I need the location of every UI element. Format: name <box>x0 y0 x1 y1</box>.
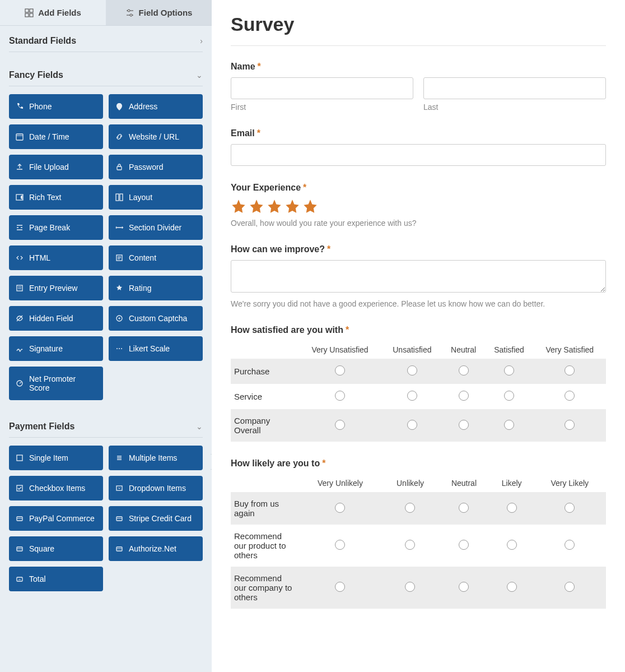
field-type-password[interactable]: Password <box>109 155 203 179</box>
likert-radio[interactable] <box>335 540 345 550</box>
field-type-content[interactable]: Content <box>109 245 203 270</box>
dropdown-items-icon <box>115 484 123 492</box>
field-type-label: Password <box>129 163 163 172</box>
multiple-items-icon <box>115 454 123 462</box>
entry-preview-icon <box>16 284 24 292</box>
likert-radio[interactable] <box>504 420 514 430</box>
field-type-authorize-net[interactable]: Authorize.Net <box>109 536 203 561</box>
field-type-label: Content <box>129 253 156 262</box>
likert-radio[interactable] <box>405 503 415 513</box>
likert-radio[interactable] <box>335 365 345 376</box>
likert-col-header: Very Likely <box>534 474 607 492</box>
star-icon[interactable] <box>284 198 300 214</box>
likert-radio[interactable] <box>459 582 469 592</box>
svg-rect-10 <box>117 166 122 170</box>
likert-radio[interactable] <box>407 391 417 401</box>
likert-scale-icon <box>115 345 123 353</box>
section-standard-fields[interactable]: Standard Fields › <box>9 26 203 52</box>
field-type-layout[interactable]: Layout <box>109 185 203 210</box>
field-type-label: Net Promoter Score <box>29 374 96 392</box>
star-icon[interactable] <box>302 198 318 214</box>
field-type-file-upload[interactable]: File Upload <box>9 155 103 179</box>
field-type-single-item[interactable]: Single Item <box>9 446 103 470</box>
chevron-down-icon: ⌄ <box>196 71 203 80</box>
field-improve: How can we improve?* We're sorry you did… <box>231 244 606 308</box>
field-type-page-break[interactable]: Page Break <box>9 215 103 240</box>
likert-radio[interactable] <box>459 503 469 513</box>
likert-radio[interactable] <box>565 582 575 592</box>
likert-radio[interactable] <box>405 582 415 592</box>
likert-radio[interactable] <box>507 503 517 513</box>
field-type-hidden-field[interactable]: Hidden Field <box>9 306 103 331</box>
last-name-input[interactable] <box>423 77 606 99</box>
field-type-likert-scale[interactable]: Likert Scale <box>109 336 203 361</box>
field-type-net-promoter-score[interactable]: Net Promoter Score <box>9 367 103 400</box>
improve-textarea[interactable] <box>231 260 606 293</box>
star-rating[interactable] <box>231 198 606 214</box>
field-type-label: Layout <box>129 193 152 202</box>
field-type-website-url[interactable]: Website / URL <box>109 124 203 149</box>
likert-radio[interactable] <box>565 365 575 376</box>
field-type-stripe-credit-card[interactable]: Stripe Credit Card <box>109 506 203 531</box>
svg-rect-8 <box>16 134 23 140</box>
field-type-address[interactable]: Address <box>109 94 203 119</box>
field-type-paypal-commerce[interactable]: PayPal Commerce <box>9 506 103 531</box>
section-title: Fancy Fields <box>9 70 63 80</box>
field-type-date-time[interactable]: Date / Time <box>9 124 103 149</box>
likert-radio[interactable] <box>335 582 345 592</box>
section-fancy-fields[interactable]: Fancy Fields ⌄ <box>9 60 203 86</box>
svg-rect-12 <box>116 194 119 201</box>
tab-field-options[interactable]: Field Options <box>106 0 212 25</box>
email-input[interactable] <box>231 144 606 166</box>
field-type-dropdown-items[interactable]: Dropdown Items <box>109 476 203 500</box>
phone-icon <box>16 103 24 110</box>
field-type-phone[interactable]: Phone <box>9 94 103 119</box>
likert-radio[interactable] <box>507 582 517 592</box>
likert-radio[interactable] <box>407 420 417 430</box>
field-type-custom-captcha[interactable]: Custom Captcha <box>109 306 203 331</box>
tab-add-fields[interactable]: Add Fields <box>0 0 106 25</box>
field-type-square[interactable]: Square <box>9 536 103 561</box>
likert-radio[interactable] <box>407 365 417 376</box>
field-type-multiple-items[interactable]: Multiple Items <box>109 446 203 470</box>
likert-radio[interactable] <box>565 391 575 401</box>
square-icon <box>16 545 24 553</box>
star-icon[interactable] <box>249 198 264 214</box>
likert-radio[interactable] <box>459 540 469 550</box>
field-label: Your Experience* <box>231 183 606 193</box>
first-name-input[interactable] <box>231 77 413 99</box>
star-icon[interactable] <box>231 198 246 214</box>
section-payment-fields[interactable]: Payment Fields ⌄ <box>9 411 203 438</box>
field-type-entry-preview[interactable]: Entry Preview <box>9 276 103 300</box>
field-type-signature[interactable]: Signature <box>9 336 103 361</box>
likert-row: Buy from us again <box>231 492 606 525</box>
field-type-label: Authorize.Net <box>129 544 176 553</box>
likert-radio[interactable] <box>335 391 345 401</box>
field-type-section-divider[interactable]: Section Divider <box>109 215 203 240</box>
star-icon[interactable] <box>267 198 282 214</box>
likert-radio[interactable] <box>504 365 514 376</box>
field-type-label: Square <box>29 544 54 553</box>
field-type-checkbox-items[interactable]: Checkbox Items <box>9 476 103 500</box>
field-type-rich-text[interactable]: Rich Text <box>9 185 103 210</box>
likert-radio[interactable] <box>405 540 415 550</box>
likert-radio[interactable] <box>335 503 345 513</box>
likert-radio[interactable] <box>504 391 514 401</box>
field-satisfied: How satisfied are you with* Very Unsatis… <box>231 325 606 442</box>
likert-radio[interactable] <box>459 365 469 376</box>
field-type-label: Page Break <box>29 223 70 232</box>
likert-radio[interactable] <box>507 540 517 550</box>
likert-radio[interactable] <box>565 540 575 550</box>
likert-radio[interactable] <box>459 391 469 401</box>
field-type-rating[interactable]: Rating <box>109 276 203 300</box>
likert-radio[interactable] <box>459 420 469 430</box>
content-icon <box>115 254 123 262</box>
page-break-icon <box>16 224 24 231</box>
likert-radio[interactable] <box>335 420 345 430</box>
likert-radio[interactable] <box>565 503 575 513</box>
field-type-html[interactable]: HTML <box>9 245 103 270</box>
svg-rect-22 <box>17 455 22 461</box>
likert-radio[interactable] <box>565 420 575 430</box>
field-name: Name* First Last <box>231 62 606 112</box>
field-type-total[interactable]: Total <box>9 567 103 591</box>
